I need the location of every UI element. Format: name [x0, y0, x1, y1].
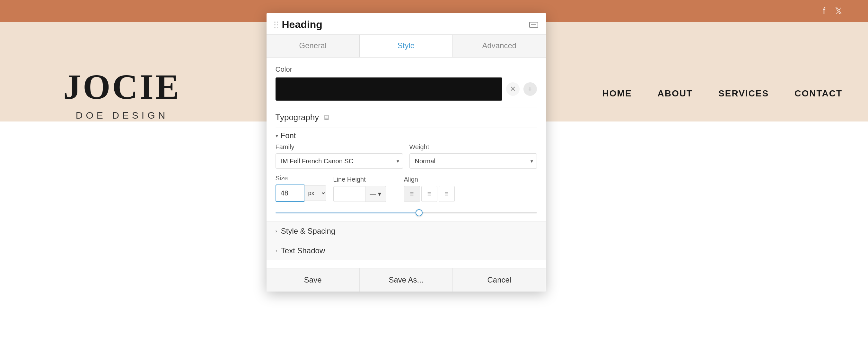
style-spacing-chevron-icon: ›	[276, 228, 277, 234]
family-select[interactable]: IM Fell French Canon SC	[276, 153, 403, 169]
font-subsection-title: Font	[281, 131, 296, 140]
color-row: ✕ +	[276, 78, 537, 100]
brand-name: JOCIE	[63, 66, 181, 107]
dialog-titlebar: Heading	[267, 13, 546, 35]
nav-contact[interactable]: CONTACT	[795, 88, 842, 99]
typography-label: Typography	[276, 113, 319, 122]
line-height-decrease-button[interactable]: — ▾	[366, 186, 386, 202]
family-select-wrapper: IM Fell French Canon SC ▾	[276, 153, 403, 169]
minimize-bar	[531, 24, 536, 25]
twitter-icon[interactable]: 𝕏	[835, 6, 842, 17]
family-weight-row: Family IM Fell French Canon SC ▾ Weight …	[276, 143, 537, 169]
nav-home[interactable]: HOME	[602, 88, 632, 99]
line-height-group: Line Height — ▾	[333, 176, 398, 202]
nav-services[interactable]: SERVICES	[718, 88, 769, 99]
typography-section-header[interactable]: Typography 🖥	[276, 107, 537, 127]
dialog-title-row: Heading	[274, 19, 322, 31]
color-remove-button[interactable]: ✕	[506, 82, 520, 96]
text-shadow-chevron-icon: ›	[276, 248, 277, 254]
style-spacing-section[interactable]: › Style & Spacing	[267, 221, 546, 241]
weight-select[interactable]: Normal Bold Light	[409, 153, 537, 169]
size-input-group: px em rem	[276, 184, 327, 202]
slider-thumb[interactable]	[415, 209, 423, 216]
cancel-button[interactable]: Cancel	[453, 268, 546, 292]
dialog-title: Heading	[282, 19, 322, 31]
tab-style[interactable]: Style	[360, 35, 453, 57]
font-subsection-header[interactable]: ▾ Font	[276, 127, 537, 143]
align-label: Align	[404, 176, 475, 183]
line-height-input-group: — ▾	[333, 186, 398, 202]
drag-handle[interactable]	[274, 22, 278, 28]
monitor-icon: 🖥	[323, 114, 330, 122]
drag-dot	[277, 24, 278, 25]
typography-header-left: Typography 🖥	[276, 113, 330, 122]
text-shadow-label: Text Shadow	[281, 246, 325, 255]
facebook-icon[interactable]: f	[823, 6, 825, 16]
tab-general[interactable]: General	[267, 35, 360, 57]
family-label: Family	[276, 143, 403, 151]
dialog-footer: Save Save As... Cancel	[267, 268, 546, 292]
brand-subtitle: DOE DESIGN	[76, 110, 168, 121]
heading-dialog: Heading General Style Advanced Color ✕ +…	[267, 13, 546, 292]
tab-advanced[interactable]: Advanced	[453, 35, 546, 57]
unit-select[interactable]: px em rem	[304, 185, 326, 201]
color-swatch[interactable]	[276, 78, 502, 100]
minimize-button[interactable]	[529, 22, 538, 28]
size-label: Size	[276, 175, 327, 182]
size-input[interactable]	[276, 184, 304, 202]
line-height-input[interactable]	[333, 186, 366, 202]
weight-label: Weight	[409, 143, 537, 151]
save-as-button[interactable]: Save As...	[360, 268, 453, 292]
size-row: Size px em rem Line Height — ▾	[276, 175, 537, 202]
family-group: Family IM Fell French Canon SC ▾	[276, 143, 403, 169]
align-left-button[interactable]: ≡	[404, 186, 420, 202]
drag-dot	[277, 27, 278, 28]
style-spacing-label: Style & Spacing	[281, 227, 335, 236]
align-group: ≡ ≡ ≡	[404, 186, 475, 202]
color-add-button[interactable]: +	[523, 82, 537, 96]
text-shadow-section[interactable]: › Text Shadow	[267, 241, 546, 260]
weight-select-wrapper: Normal Bold Light ▾	[409, 153, 537, 169]
nav-about[interactable]: ABOUT	[658, 88, 693, 99]
drag-dot	[277, 22, 278, 23]
slider-container	[276, 207, 537, 221]
drag-dot	[274, 27, 276, 28]
line-height-label: Line Height	[333, 176, 398, 183]
dialog-tabs: General Style Advanced	[267, 35, 546, 58]
align-group-container: Align ≡ ≡ ≡	[404, 176, 475, 202]
slider-fill	[276, 212, 420, 213]
size-group: Size px em rem	[276, 175, 327, 202]
drag-dot	[274, 24, 276, 25]
save-button[interactable]: Save	[267, 268, 360, 292]
align-center-button[interactable]: ≡	[421, 186, 437, 202]
dialog-body: Color ✕ + Typography 🖥 ▾ Font Family I	[267, 58, 546, 268]
drag-dot	[274, 22, 276, 23]
color-section-label: Color	[276, 65, 537, 74]
weight-group: Weight Normal Bold Light ▾	[409, 143, 537, 169]
align-right-button[interactable]: ≡	[439, 186, 455, 202]
font-chevron-icon: ▾	[276, 133, 278, 139]
slider-track[interactable]	[276, 212, 537, 213]
